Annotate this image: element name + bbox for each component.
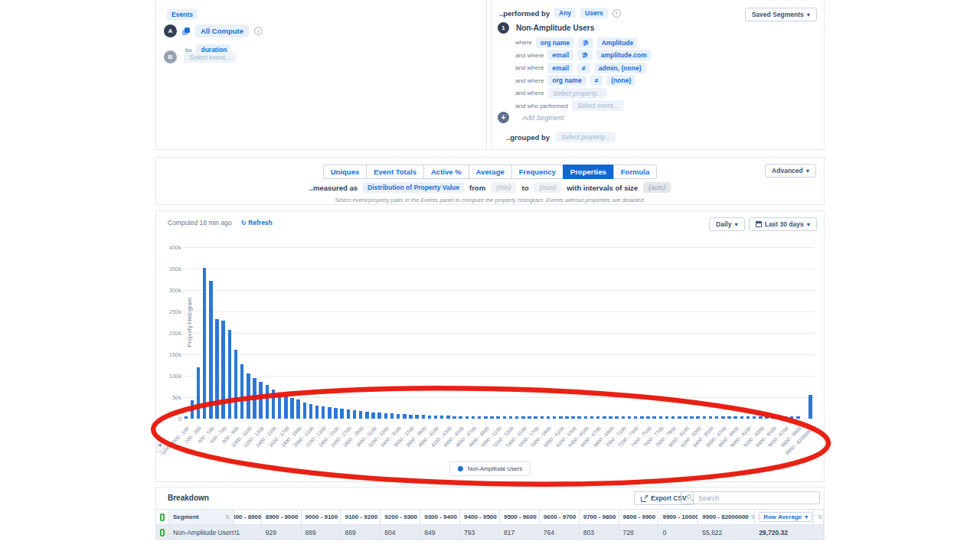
histogram-bar[interactable]: [322, 406, 325, 419]
histogram-bar[interactable]: [565, 416, 569, 419]
sort-icon[interactable]: ⇅: [225, 514, 230, 520]
histogram-bar[interactable]: [778, 416, 782, 419]
add-segment-plus-icon[interactable]: +: [498, 112, 509, 123]
histogram-bar[interactable]: [547, 416, 550, 419]
histogram-bar[interactable]: [790, 416, 794, 419]
histogram-bar[interactable]: [259, 382, 263, 419]
histogram-bar[interactable]: [309, 404, 313, 419]
histogram-bar[interactable]: [609, 416, 612, 419]
histogram-bar[interactable]: [253, 378, 256, 419]
histogram-bar[interactable]: [559, 416, 563, 419]
histogram-bar[interactable]: [466, 416, 469, 419]
filter-property-chip[interactable]: org name: [547, 75, 586, 86]
filter-value-chip[interactable]: (none): [606, 75, 635, 86]
filter-value-chip[interactable]: admin, (none): [594, 63, 646, 73]
histogram-bar[interactable]: [634, 416, 638, 419]
tab-formula[interactable]: Formula: [613, 165, 657, 179]
grouped-by-input[interactable]: Select property...: [556, 132, 616, 142]
select-event-input[interactable]: Select event...: [184, 52, 236, 63]
histogram-bar[interactable]: [403, 414, 407, 419]
interval-size-input[interactable]: (auto): [643, 182, 671, 193]
histogram-bar[interactable]: [221, 321, 225, 419]
histogram-bar[interactable]: [671, 416, 675, 419]
tab-properties[interactable]: Properties: [563, 165, 614, 179]
histogram-bar[interactable]: [328, 407, 332, 419]
metric-selector[interactable]: Distribution of Property Value: [363, 182, 464, 193]
histogram-bar[interactable]: [247, 373, 250, 419]
histogram-bar[interactable]: [422, 415, 426, 419]
histogram-bar[interactable]: [496, 416, 500, 419]
histogram-bar[interactable]: [459, 416, 462, 419]
filter-placeholder-input[interactable]: Select event...: [572, 100, 624, 111]
date-range-button[interactable]: Last 30 days ▾: [749, 217, 817, 231]
histogram-bar[interactable]: [384, 413, 388, 419]
histogram-bar[interactable]: [796, 416, 800, 419]
histogram-bar[interactable]: [266, 385, 270, 419]
histogram-bar[interactable]: [284, 396, 288, 419]
histogram-bar[interactable]: [759, 416, 763, 419]
histogram-bar[interactable]: [771, 416, 775, 419]
histogram-bar[interactable]: [191, 400, 194, 419]
refresh-button[interactable]: ↻ Refresh: [241, 219, 273, 227]
histogram-bar[interactable]: [534, 416, 537, 419]
granularity-button[interactable]: Daily ▾: [709, 217, 745, 231]
sort-icon[interactable]: ⇅: [818, 514, 822, 520]
histogram-bar[interactable]: [684, 416, 688, 419]
histogram-bar[interactable]: [390, 413, 394, 419]
histogram-bar[interactable]: [440, 416, 444, 419]
filter-operator-chip[interactable]: ≠: [590, 75, 603, 86]
info-icon[interactable]: i: [254, 27, 263, 35]
filter-placeholder-input[interactable]: Select property...: [547, 88, 607, 99]
histogram-bar[interactable]: [290, 398, 294, 419]
histogram-bar[interactable]: [359, 411, 363, 419]
add-segment-button[interactable]: Add Segment: [517, 112, 570, 123]
histogram-bar[interactable]: [696, 416, 700, 419]
histogram-bar[interactable]: [446, 416, 450, 419]
filter-value-chip[interactable]: Amplitude: [597, 37, 639, 48]
row-average-dropdown[interactable]: Row Average▾: [759, 512, 812, 522]
histogram-bar[interactable]: [452, 416, 456, 419]
chart-legend[interactable]: Non-Amplitude Users: [449, 461, 531, 476]
histogram-bar[interactable]: [690, 416, 694, 419]
histogram-bar[interactable]: [272, 390, 276, 419]
max-input[interactable]: (max): [534, 182, 561, 193]
histogram-bar[interactable]: [665, 416, 669, 419]
histogram-bar[interactable]: [515, 416, 519, 419]
histogram-bar[interactable]: [234, 350, 238, 419]
histogram-bar[interactable]: [340, 409, 344, 419]
filter-value-chip[interactable]: amplitude.com: [596, 50, 652, 60]
histogram-bar[interactable]: [622, 416, 626, 419]
histogram-bar[interactable]: [659, 416, 663, 419]
histogram-bar[interactable]: [615, 416, 619, 419]
histogram-bar[interactable]: [484, 416, 488, 419]
histogram-bar[interactable]: [428, 416, 432, 419]
histogram-bar[interactable]: [528, 416, 531, 419]
histogram-bar[interactable]: [197, 367, 201, 419]
filter-operator-chip[interactable]: ∌: [577, 50, 593, 60]
filter-property-chip[interactable]: org name: [536, 37, 574, 48]
histogram-bar[interactable]: [808, 395, 812, 419]
histogram-bar[interactable]: [784, 416, 788, 419]
histogram-bar[interactable]: [240, 364, 244, 419]
histogram-bar[interactable]: [541, 416, 544, 419]
histogram-bar[interactable]: [678, 416, 681, 419]
histogram-bar[interactable]: [490, 416, 494, 419]
table-row[interactable]: Non-Amplitude Users901929889869804849793…: [156, 524, 824, 540]
histogram-bar[interactable]: [397, 414, 400, 419]
breakdown-search-input[interactable]: Search: [681, 491, 820, 504]
filter-operator-chip[interactable]: ≠: [577, 63, 590, 73]
tab-active-[interactable]: Active %: [423, 165, 469, 179]
histogram-bar[interactable]: [721, 416, 725, 419]
histogram-bar[interactable]: [228, 330, 232, 419]
histogram-bar[interactable]: [503, 416, 507, 419]
info-icon[interactable]: i: [612, 9, 621, 18]
histogram-bar[interactable]: [409, 415, 413, 419]
histogram-bar[interactable]: [334, 408, 338, 419]
histogram-bar[interactable]: [303, 403, 307, 419]
filter-property-chip[interactable]: email: [547, 50, 573, 60]
histogram-bar[interactable]: [521, 416, 525, 419]
histogram-bar[interactable]: [509, 416, 513, 419]
saved-segments-button[interactable]: Saved Segments ▾: [745, 8, 817, 21]
histogram-bar[interactable]: [472, 416, 475, 419]
histogram-bar[interactable]: [640, 416, 644, 419]
